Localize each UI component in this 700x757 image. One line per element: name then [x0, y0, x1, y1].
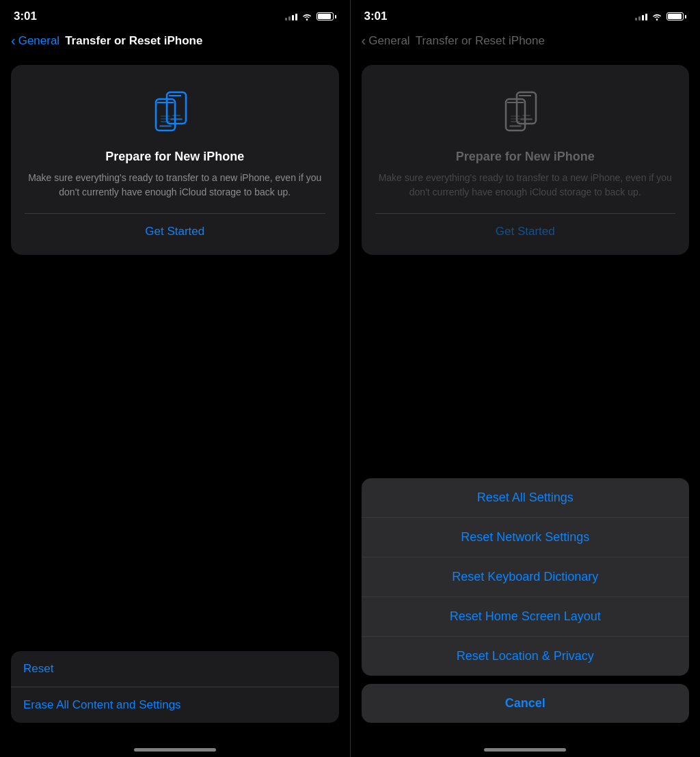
svg-rect-7 [161, 118, 170, 120]
list-item-reset[interactable]: Reset [11, 651, 339, 687]
reset-keyboard-dictionary-option[interactable]: Reset Keyboard Dictionary [362, 558, 690, 597]
back-label-left: General [18, 34, 59, 48]
svg-rect-16 [511, 121, 520, 122]
reset-all-settings-label: Reset All Settings [477, 491, 574, 504]
card-desc-right: Make sure everything's ready to transfer… [375, 171, 676, 199]
reset-all-settings-option[interactable]: Reset All Settings [362, 478, 690, 518]
bottom-list-left: Reset Erase All Content and Settings [11, 651, 339, 723]
svg-rect-12 [522, 115, 530, 116]
svg-rect-8 [161, 115, 170, 117]
status-icons-right [635, 12, 686, 20]
svg-rect-17 [511, 118, 520, 120]
card-desc-left: Make sure everything's ready to transfer… [25, 171, 325, 199]
status-icons-left [285, 12, 336, 20]
prepare-card-left: Prepare for New iPhone Make sure everyth… [11, 65, 339, 255]
list-item-erase[interactable]: Erase All Content and Settings [11, 687, 339, 723]
cancel-button[interactable]: Cancel [362, 684, 690, 723]
wifi-icon-right [651, 12, 662, 20]
svg-rect-2 [172, 115, 180, 116]
card-divider-right [375, 213, 676, 214]
reset-label: Reset [23, 662, 53, 675]
back-label-right: General [368, 34, 409, 48]
transfer-icon-right [498, 84, 552, 139]
svg-rect-15 [509, 125, 522, 127]
reset-options: Reset All Settings Reset Network Setting… [362, 478, 690, 676]
cancel-label: Cancel [505, 696, 546, 710]
prepare-card-right: Prepare for New iPhone Make sure everyth… [362, 65, 690, 255]
back-button-left[interactable]: ‹ General [11, 33, 59, 49]
svg-rect-5 [159, 125, 172, 127]
wifi-icon [301, 12, 312, 20]
reset-network-settings-label: Reset Network Settings [461, 530, 589, 544]
page-title-left: Transfer or Reset iPhone [65, 34, 202, 48]
get-started-button-left[interactable]: Get Started [145, 225, 204, 238]
battery-icon [317, 12, 336, 20]
nav-bar-right: ‹ General Transfer or Reset iPhone [351, 30, 701, 54]
status-bar-left: 3:01 [0, 0, 350, 30]
card-title-right: Prepare for New iPhone [456, 150, 595, 164]
chevron-left-icon-right: ‹ [362, 33, 366, 49]
transfer-icon-left [148, 84, 202, 139]
reset-home-screen-layout-option[interactable]: Reset Home Screen Layout [362, 597, 690, 637]
status-bar-right: 3:01 [351, 0, 701, 30]
signal-icon-right [635, 12, 647, 20]
right-panel: 3:01 ‹ General Transfer or Reset iPhone [351, 0, 701, 757]
card-divider-left [25, 213, 325, 214]
get-started-button-right: Get Started [496, 225, 555, 238]
svg-rect-11 [520, 118, 533, 120]
svg-rect-6 [161, 121, 170, 122]
home-indicator-right [484, 748, 566, 752]
svg-rect-18 [511, 115, 520, 117]
nav-bar-left: ‹ General Transfer or Reset iPhone [0, 30, 350, 54]
action-sheet: Reset All Settings Reset Network Setting… [362, 478, 690, 723]
reset-location-privacy-option[interactable]: Reset Location & Privacy [362, 637, 690, 676]
svg-rect-1 [170, 118, 183, 120]
left-panel: 3:01 ‹ General Transfer or Reset iPhone [0, 0, 350, 757]
back-button-right: ‹ General [362, 33, 410, 49]
card-title-left: Prepare for New iPhone [105, 150, 244, 164]
time-right: 3:01 [364, 10, 388, 23]
battery-icon-right [667, 12, 686, 20]
reset-home-screen-layout-label: Reset Home Screen Layout [450, 609, 601, 623]
erase-label: Erase All Content and Settings [23, 698, 181, 711]
page-title-right: Transfer or Reset iPhone [416, 34, 545, 48]
signal-icon [285, 12, 297, 20]
chevron-left-icon: ‹ [11, 33, 16, 49]
time-left: 3:01 [14, 10, 37, 23]
reset-keyboard-dictionary-label: Reset Keyboard Dictionary [452, 570, 598, 583]
reset-network-settings-option[interactable]: Reset Network Settings [362, 518, 690, 558]
home-indicator-left [134, 748, 216, 752]
reset-location-privacy-label: Reset Location & Privacy [457, 649, 594, 663]
